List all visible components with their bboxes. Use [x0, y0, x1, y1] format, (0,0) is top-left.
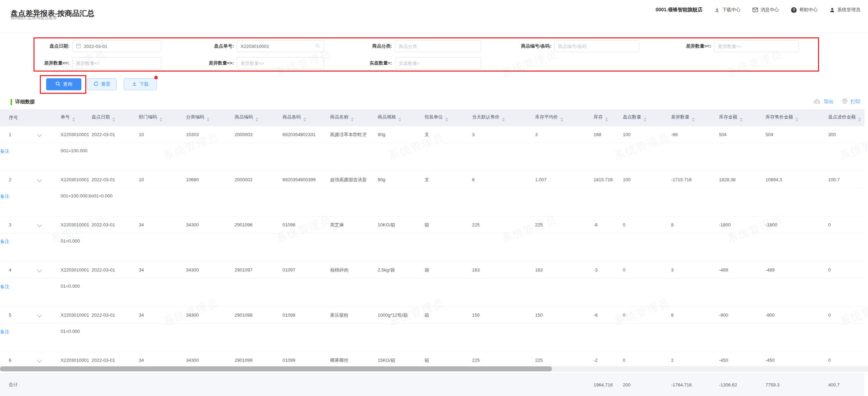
cell-8: 黑芝麻 — [330, 217, 378, 233]
expand-chevron-icon[interactable] — [37, 222, 42, 227]
cell-14: 0 — [623, 307, 671, 324]
expand-chevron-icon[interactable] — [37, 132, 42, 137]
column-header-4[interactable]: 部门编码 — [139, 109, 186, 126]
cell-17: 10894.3 — [765, 171, 828, 188]
sort-icon[interactable] — [207, 117, 210, 122]
column-header-2[interactable]: 单号 — [61, 109, 92, 126]
sort-icon[interactable] — [795, 117, 798, 122]
expand-chevron-icon[interactable] — [37, 177, 42, 182]
diff-qty-ne-input[interactable] — [237, 58, 324, 68]
inventory-date-input[interactable] — [81, 41, 161, 51]
sort-icon[interactable] — [605, 117, 608, 122]
cell-16: -900 — [719, 307, 765, 324]
cell-14: 100 — [623, 171, 671, 188]
sort-icon[interactable] — [303, 117, 306, 122]
cell-8: 家乐粟粉 — [330, 307, 378, 324]
column-header-3[interactable]: 盘点日期 — [92, 109, 139, 126]
note-text: 001=100.000 — [61, 143, 864, 171]
message-center-label: 消息中心 — [761, 7, 779, 13]
column-header-10[interactable]: 包装单位 — [424, 109, 472, 126]
cell-6: 2901098 — [235, 307, 283, 324]
actual-qty-eq-input[interactable] — [395, 58, 481, 68]
print-button[interactable]: 打印 — [841, 98, 860, 105]
column-header-12[interactable]: 库存平均价 — [535, 109, 594, 126]
column-header-15[interactable]: 差异数量 — [671, 109, 719, 126]
total-cell-16: -1306.62 — [719, 373, 765, 396]
reset-button[interactable]: 重置 — [87, 78, 117, 90]
note-link[interactable]: 备注 — [0, 329, 9, 334]
note-text: 01=0.000 — [61, 233, 864, 262]
cell-15: 6 — [671, 307, 719, 324]
sort-icon[interactable] — [692, 117, 695, 122]
sort-icon[interactable] — [644, 117, 646, 122]
expand-chevron-icon[interactable] — [37, 358, 42, 363]
horizontal-scrollbar-track[interactable] — [0, 366, 868, 372]
product-code-input[interactable] — [554, 41, 639, 51]
help-center-link[interactable]: ? 帮助中心 — [791, 7, 818, 13]
product-category-input[interactable] — [395, 41, 481, 51]
sort-icon[interactable] — [160, 117, 162, 122]
cell-13: -8 — [594, 217, 623, 233]
cell-12: 150 — [535, 307, 594, 324]
column-header-17[interactable]: 库存售价金额 — [765, 109, 828, 126]
sort-icon[interactable] — [72, 117, 75, 122]
cell-10: 箱 — [424, 307, 472, 324]
sort-icon[interactable] — [445, 117, 448, 122]
cell-12: 1.007 — [535, 171, 594, 188]
column-header-8[interactable]: 商品名称 — [330, 109, 378, 126]
column-header-13[interactable]: 库存 — [594, 109, 623, 126]
column-header-label: 单号 — [61, 114, 70, 120]
diff-qty-lte-input[interactable] — [73, 58, 161, 68]
cell-7: 01098 — [283, 307, 330, 324]
download-button[interactable]: 下载 — [124, 78, 157, 90]
message-center-link[interactable]: 消息中心 — [752, 7, 779, 13]
sort-icon[interactable] — [112, 117, 115, 122]
export-button[interactable]: 导出 — [813, 98, 833, 105]
sort-icon[interactable] — [351, 117, 354, 122]
column-header-5[interactable]: 分类编码 — [186, 109, 235, 126]
inventory-no-input[interactable] — [237, 41, 315, 51]
cell-11: 225 — [472, 217, 535, 233]
print-label: 打印 — [850, 99, 860, 105]
cell-8: 超强高露固齿清新 — [330, 171, 378, 188]
note-link[interactable]: 备注 — [0, 194, 9, 199]
sort-icon[interactable] — [740, 117, 743, 122]
cell-14: 0 — [623, 262, 671, 279]
calendar-icon — [76, 43, 81, 49]
sort-icon[interactable] — [502, 117, 505, 122]
column-header-label: 商品规格 — [378, 114, 396, 120]
expand-chevron-icon[interactable] — [37, 312, 42, 317]
note-link[interactable]: 备注 — [0, 148, 9, 154]
svg-text:?: ? — [793, 8, 795, 12]
download-center-link[interactable]: 下载中心 — [714, 7, 740, 13]
admin-user-link[interactable]: 系统管理员 — [830, 7, 860, 13]
column-header-9[interactable]: 商品规格 — [378, 109, 424, 126]
sort-icon[interactable] — [858, 117, 861, 122]
column-header-14[interactable]: 盘点数量 — [623, 109, 671, 126]
cell-13: 168 — [594, 126, 623, 143]
note-link[interactable]: 备注 — [0, 239, 9, 244]
actual-qty-eq-box — [395, 57, 481, 69]
actual-qty-eq-label: 实盘数量=: — [365, 60, 395, 66]
cell-18: 0 — [828, 307, 864, 324]
cell-6: 2000003 — [235, 126, 283, 143]
horizontal-scrollbar-thumb[interactable] — [0, 366, 552, 371]
expand-chevron-icon[interactable] — [37, 267, 42, 272]
column-header-6[interactable]: 商品编码 — [235, 109, 283, 126]
column-header-16[interactable]: 库存金额 — [719, 109, 765, 126]
sort-icon[interactable] — [255, 117, 258, 122]
column-header-7[interactable]: 商品条码 — [283, 109, 330, 126]
diff-qty-gte-input[interactable] — [714, 41, 799, 51]
refresh-icon — [93, 81, 99, 87]
cell-1 — [37, 171, 61, 188]
sort-icon[interactable] — [398, 117, 401, 122]
cell-7: 6920354802331 — [283, 126, 330, 143]
column-header-11[interactable]: 当天默认售价 — [472, 109, 535, 126]
cell-7: 01096 — [283, 217, 330, 233]
note-link[interactable]: 备注 — [0, 284, 9, 289]
sort-icon[interactable] — [560, 117, 563, 122]
search-icon[interactable] — [315, 43, 320, 49]
diff-qty-lte-box — [72, 57, 161, 69]
column-header-18[interactable]: 盘点进价金额 — [828, 109, 864, 126]
query-button[interactable]: 查询 — [46, 78, 81, 90]
